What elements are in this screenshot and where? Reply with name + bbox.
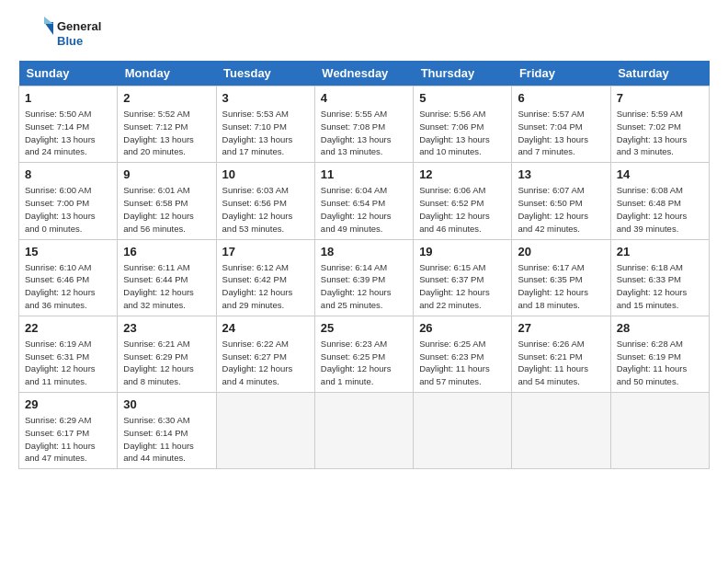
calendar-day-cell: 27Sunrise: 6:26 AM Sunset: 6:21 PM Dayli… <box>512 316 610 392</box>
day-number: 1 <box>25 90 112 107</box>
day-number: 15 <box>25 244 112 260</box>
logo-blue: Blue <box>57 34 101 49</box>
calendar-week-row: 29Sunrise: 6:29 AM Sunset: 6:17 PM Dayli… <box>19 393 710 469</box>
day-info: Sunrise: 5:55 AM Sunset: 7:08 PM Dayligh… <box>321 108 408 158</box>
day-number: 2 <box>123 90 210 107</box>
day-info: Sunrise: 6:26 AM Sunset: 6:21 PM Dayligh… <box>518 338 605 388</box>
day-info: Sunrise: 6:08 AM Sunset: 6:48 PM Dayligh… <box>617 184 704 235</box>
day-number: 12 <box>419 167 506 183</box>
day-number: 5 <box>419 90 506 107</box>
days-header-row: SundayMondayTuesdayWednesdayThursdayFrid… <box>19 61 710 86</box>
calendar-day-cell: 8Sunrise: 6:00 AM Sunset: 7:00 PM Daylig… <box>19 163 118 239</box>
day-header-wednesday: Wednesday <box>314 61 413 86</box>
day-number: 6 <box>518 90 605 107</box>
day-number: 25 <box>321 320 408 337</box>
calendar-day-cell <box>216 393 314 469</box>
calendar-day-cell: 22Sunrise: 6:19 AM Sunset: 6:31 PM Dayli… <box>19 316 118 392</box>
day-number: 16 <box>123 244 210 260</box>
day-number: 10 <box>222 167 310 183</box>
calendar-day-cell: 25Sunrise: 6:23 AM Sunset: 6:25 PM Dayli… <box>314 316 413 392</box>
logo-text: General Blue <box>57 19 101 48</box>
calendar-day-cell: 28Sunrise: 6:28 AM Sunset: 6:19 PM Dayli… <box>610 316 709 392</box>
calendar-day-cell: 12Sunrise: 6:06 AM Sunset: 6:52 PM Dayli… <box>414 163 512 239</box>
day-number: 3 <box>222 90 310 107</box>
day-info: Sunrise: 6:04 AM Sunset: 6:54 PM Dayligh… <box>321 184 408 235</box>
day-number: 21 <box>617 244 704 260</box>
day-info: Sunrise: 6:12 AM Sunset: 6:42 PM Dayligh… <box>222 261 310 312</box>
day-info: Sunrise: 6:22 AM Sunset: 6:27 PM Dayligh… <box>222 338 310 388</box>
day-info: Sunrise: 5:59 AM Sunset: 7:02 PM Dayligh… <box>617 108 704 158</box>
day-header-tuesday: Tuesday <box>216 61 314 86</box>
calendar-day-cell: 16Sunrise: 6:11 AM Sunset: 6:44 PM Dayli… <box>118 239 216 316</box>
day-number: 26 <box>419 320 506 337</box>
logo-container: General Blue <box>18 17 101 52</box>
day-info: Sunrise: 5:57 AM Sunset: 7:04 PM Dayligh… <box>518 108 605 158</box>
day-number: 4 <box>321 90 408 107</box>
calendar-day-cell: 23Sunrise: 6:21 AM Sunset: 6:29 PM Dayli… <box>118 316 216 392</box>
calendar-day-cell: 4Sunrise: 5:55 AM Sunset: 7:08 PM Daylig… <box>314 86 413 163</box>
day-info: Sunrise: 6:11 AM Sunset: 6:44 PM Dayligh… <box>123 261 210 312</box>
calendar-day-cell <box>314 393 413 469</box>
day-number: 27 <box>518 320 605 337</box>
calendar-day-cell <box>610 393 709 469</box>
header: General Blue <box>18 17 710 52</box>
calendar-week-row: 8Sunrise: 6:00 AM Sunset: 7:00 PM Daylig… <box>19 163 710 239</box>
day-info: Sunrise: 6:28 AM Sunset: 6:19 PM Dayligh… <box>617 338 704 388</box>
day-info: Sunrise: 6:19 AM Sunset: 6:31 PM Dayligh… <box>25 338 112 388</box>
day-number: 11 <box>321 167 408 183</box>
day-number: 30 <box>123 396 210 413</box>
day-number: 17 <box>222 244 310 260</box>
calendar-week-row: 15Sunrise: 6:10 AM Sunset: 6:46 PM Dayli… <box>19 239 710 316</box>
day-info: Sunrise: 5:50 AM Sunset: 7:14 PM Dayligh… <box>25 108 112 158</box>
calendar-day-cell: 30Sunrise: 6:30 AM Sunset: 6:14 PM Dayli… <box>118 393 216 469</box>
calendar-day-cell: 29Sunrise: 6:29 AM Sunset: 6:17 PM Dayli… <box>19 393 118 469</box>
day-info: Sunrise: 6:29 AM Sunset: 6:17 PM Dayligh… <box>25 414 112 465</box>
calendar-day-cell: 3Sunrise: 5:53 AM Sunset: 7:10 PM Daylig… <box>216 86 314 163</box>
logo: General Blue <box>18 17 101 52</box>
calendar-day-cell: 2Sunrise: 5:52 AM Sunset: 7:12 PM Daylig… <box>118 86 216 163</box>
day-header-friday: Friday <box>512 61 610 86</box>
day-info: Sunrise: 6:14 AM Sunset: 6:39 PM Dayligh… <box>321 261 408 312</box>
day-header-saturday: Saturday <box>610 61 709 86</box>
day-header-monday: Monday <box>118 61 216 86</box>
day-number: 9 <box>123 167 210 183</box>
day-info: Sunrise: 6:23 AM Sunset: 6:25 PM Dayligh… <box>321 338 408 388</box>
calendar-week-row: 1Sunrise: 5:50 AM Sunset: 7:14 PM Daylig… <box>19 86 710 163</box>
calendar-day-cell: 26Sunrise: 6:25 AM Sunset: 6:23 PM Dayli… <box>414 316 512 392</box>
calendar-day-cell <box>512 393 610 469</box>
day-info: Sunrise: 6:07 AM Sunset: 6:50 PM Dayligh… <box>518 184 605 235</box>
calendar-day-cell <box>414 393 512 469</box>
calendar-day-cell: 14Sunrise: 6:08 AM Sunset: 6:48 PM Dayli… <box>610 163 709 239</box>
calendar-day-cell: 24Sunrise: 6:22 AM Sunset: 6:27 PM Dayli… <box>216 316 314 392</box>
day-info: Sunrise: 5:52 AM Sunset: 7:12 PM Dayligh… <box>123 108 210 158</box>
calendar-day-cell: 18Sunrise: 6:14 AM Sunset: 6:39 PM Dayli… <box>314 239 413 316</box>
calendar-page: General Blue SundayMondayTuesdayWednesda… <box>0 0 728 563</box>
day-header-thursday: Thursday <box>414 61 512 86</box>
day-number: 29 <box>25 396 112 413</box>
calendar-day-cell: 13Sunrise: 6:07 AM Sunset: 6:50 PM Dayli… <box>512 163 610 239</box>
calendar-day-cell: 1Sunrise: 5:50 AM Sunset: 7:14 PM Daylig… <box>19 86 118 163</box>
day-number: 13 <box>518 167 605 183</box>
day-info: Sunrise: 6:21 AM Sunset: 6:29 PM Dayligh… <box>123 338 210 388</box>
day-info: Sunrise: 6:00 AM Sunset: 7:00 PM Dayligh… <box>25 184 112 235</box>
day-info: Sunrise: 6:10 AM Sunset: 6:46 PM Dayligh… <box>25 261 112 312</box>
day-number: 22 <box>25 320 112 337</box>
svg-marker-0 <box>44 22 53 35</box>
calendar-day-cell: 17Sunrise: 6:12 AM Sunset: 6:42 PM Dayli… <box>216 239 314 316</box>
calendar-day-cell: 11Sunrise: 6:04 AM Sunset: 6:54 PM Dayli… <box>314 163 413 239</box>
calendar-day-cell: 7Sunrise: 5:59 AM Sunset: 7:02 PM Daylig… <box>610 86 709 163</box>
day-info: Sunrise: 6:25 AM Sunset: 6:23 PM Dayligh… <box>419 338 506 388</box>
day-info: Sunrise: 6:15 AM Sunset: 6:37 PM Dayligh… <box>419 261 506 312</box>
calendar-table: SundayMondayTuesdayWednesdayThursdayFrid… <box>18 61 710 469</box>
day-info: Sunrise: 5:53 AM Sunset: 7:10 PM Dayligh… <box>222 108 310 158</box>
calendar-day-cell: 9Sunrise: 6:01 AM Sunset: 6:58 PM Daylig… <box>118 163 216 239</box>
logo-bird-icon <box>18 17 53 52</box>
day-info: Sunrise: 6:03 AM Sunset: 6:56 PM Dayligh… <box>222 184 310 235</box>
day-info: Sunrise: 6:18 AM Sunset: 6:33 PM Dayligh… <box>617 261 704 312</box>
day-number: 19 <box>419 244 506 260</box>
calendar-week-row: 22Sunrise: 6:19 AM Sunset: 6:31 PM Dayli… <box>19 316 710 392</box>
day-number: 20 <box>518 244 605 260</box>
calendar-day-cell: 10Sunrise: 6:03 AM Sunset: 6:56 PM Dayli… <box>216 163 314 239</box>
calendar-day-cell: 20Sunrise: 6:17 AM Sunset: 6:35 PM Dayli… <box>512 239 610 316</box>
calendar-day-cell: 21Sunrise: 6:18 AM Sunset: 6:33 PM Dayli… <box>610 239 709 316</box>
